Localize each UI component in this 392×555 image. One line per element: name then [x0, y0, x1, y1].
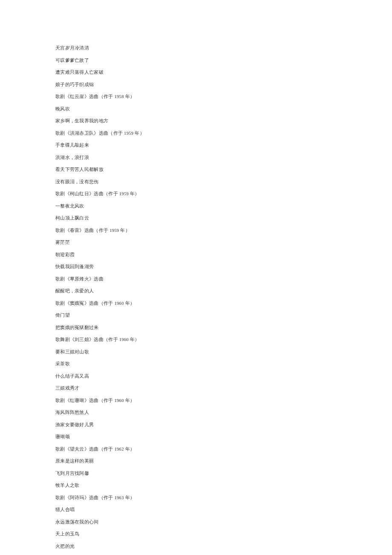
- text-line: 没有眼泪，没有悲伤: [55, 180, 392, 185]
- text-line: 歌剧《阿诗玛》选曲（作于 1963 年）: [55, 496, 392, 500]
- text-line: 什么结子高又高: [55, 374, 392, 379]
- text-line: 歌剧《窦娥冤》选曲（作于 1960 年）: [55, 301, 392, 306]
- text-line: 娘子的巧手织成锦: [55, 83, 392, 87]
- text-line: 歌剧《洪湖赤卫队》选曲（作于 1959 年）: [55, 131, 392, 136]
- text-line: 歌剧《红珊瑚》选曲（作于 1960 年）: [55, 399, 392, 403]
- text-line: 朝迎彩霞: [55, 253, 392, 257]
- text-line: 歌剧《望夫云》选曲（作于 1962 年）: [55, 447, 392, 452]
- text-line: 醒醒吧，亲爱的人: [55, 289, 392, 294]
- text-line: 火把的光: [55, 544, 392, 549]
- text-line: 洪湖水，浪打浪: [55, 156, 392, 160]
- text-line: 可叹爹爹亡故了: [55, 58, 392, 63]
- text-line: 快载我回到蓬湖旁: [55, 265, 392, 269]
- text-line: 珊瑚颂: [55, 435, 392, 439]
- text-line: 手拿碟儿敲起来: [55, 143, 392, 148]
- text-line: 天宫岁月冷清清: [55, 46, 392, 51]
- text-line: 海风阵阵愁煞人: [55, 410, 392, 415]
- text-line: 永远激荡在我的心间: [55, 520, 392, 525]
- text-line: 飞到月宫找阿馨: [55, 471, 392, 476]
- text-line: 歌剧《草原烽火》选曲: [55, 277, 392, 282]
- text-line: 看天下劳苦人民都解放: [55, 168, 392, 172]
- text-line: 一整夜北风吹: [55, 204, 392, 209]
- text-line: 遭灾难只落得人亡家破: [55, 70, 392, 75]
- text-line: 要和三姐对山歌: [55, 350, 392, 355]
- text-line: 采茶歌: [55, 362, 392, 367]
- text-line: 雾茫茫: [55, 240, 392, 245]
- text-line: 歌舞剧《刘三姐》选曲（作于 1960 年）: [55, 338, 392, 342]
- text-line: 天上的玉鸟: [55, 532, 392, 537]
- text-line: 歌剧《柯山红日》选曲（作于 1959 年）: [55, 192, 392, 197]
- text-line: 歌剧《红云崖》选曲（作于 1958 年）: [55, 95, 392, 99]
- text-line: 倚门望: [55, 313, 392, 318]
- text-line: 猎人合唱: [55, 508, 392, 512]
- text-line: 晚风吹: [55, 107, 392, 112]
- text-line: 家乡啊，生我养我的地方: [55, 119, 392, 124]
- text-line: 把窦娥的冤狱翻过来: [55, 326, 392, 330]
- text-line: 柯山顶上飘白云: [55, 216, 392, 221]
- text-line: 歌剧《春雷》选曲（作于 1959 年）: [55, 228, 392, 233]
- text-line: 牧羊人之歌: [55, 483, 392, 488]
- text-line: 原来是这样的美丽: [55, 459, 392, 464]
- text-line: 渔家女要做好儿男: [55, 423, 392, 428]
- text-line: 三姐戏秀才: [55, 386, 392, 391]
